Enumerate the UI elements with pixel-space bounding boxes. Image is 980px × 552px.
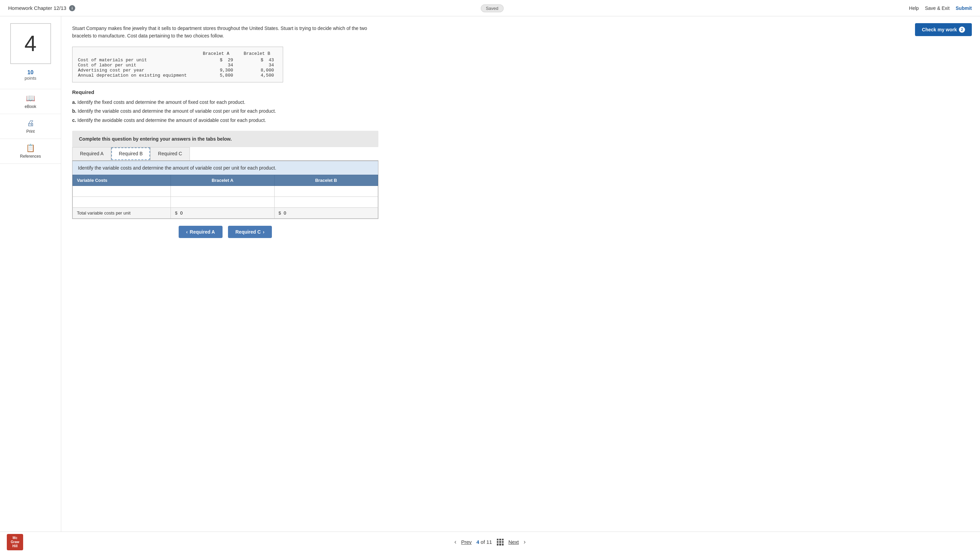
ebook-tool[interactable]: 📖 eBook xyxy=(0,89,61,114)
references-label: References xyxy=(20,154,41,159)
prev-button-label: Required A xyxy=(190,229,215,235)
submit-link[interactable]: Submit xyxy=(956,5,972,11)
row2-label xyxy=(73,196,171,207)
required-item-a: a. Identify the fixed costs and determin… xyxy=(72,99,969,106)
cost-row-1: Cost of labor per unit 34 34 xyxy=(78,63,277,68)
prev-page-button[interactable]: ‹ xyxy=(454,538,456,546)
grid-view-icon[interactable] xyxy=(497,539,504,546)
check-my-work-label: Check my work xyxy=(922,27,957,32)
total-a: $ xyxy=(171,207,274,218)
check-my-work-button[interactable]: Check my work 2 xyxy=(915,23,972,36)
cost-val-a-2: 9,300 xyxy=(196,68,237,73)
total-row: Total variable costs per unit $ $ xyxy=(73,207,378,218)
saved-indicator: Saved xyxy=(481,5,504,11)
total-a-dollar: $ xyxy=(175,211,177,215)
check-badge: 2 xyxy=(959,27,965,33)
tabs-container: Required A Required B Required C Identif… xyxy=(72,147,379,238)
variable-costs-table: Variable Costs Bracelet A Bracelet B xyxy=(73,175,378,219)
page-title: Homework Chapter 12/13 xyxy=(8,5,66,11)
tabs-bar: Required A Required B Required C xyxy=(72,147,379,161)
problem-text: Stuart Company makes fine jewelry that i… xyxy=(72,24,379,40)
next-page-button[interactable]: › xyxy=(524,538,526,546)
nav-buttons: ‹ Required A Required C › xyxy=(72,226,379,238)
cost-val-b-1: 34 xyxy=(237,63,277,68)
required-list: a. Identify the fixed costs and determin… xyxy=(72,99,969,124)
saved-badge: Saved xyxy=(481,5,504,12)
save-exit-link[interactable]: Save & Exit xyxy=(925,5,950,11)
total-label: Total variable costs per unit xyxy=(73,207,171,218)
content-area: Check my work 2 Stuart Company makes fin… xyxy=(61,16,980,552)
cost-data-table: Bracelet A Bracelet B Cost of materials … xyxy=(72,47,283,82)
footer-nav: ‹ Prev 4 of 11 Next › xyxy=(454,538,526,546)
cost-val-b-3: 4,500 xyxy=(237,73,277,78)
cost-label-2: Advertising cost per year xyxy=(78,68,196,73)
references-tool[interactable]: 📋 References xyxy=(0,139,61,164)
cost-label-3: Annual depreciation on existing equipmen… xyxy=(78,73,196,78)
row1-val-b-input[interactable] xyxy=(279,188,374,195)
row2-label-input[interactable] xyxy=(77,199,166,205)
row1-val-b xyxy=(274,186,378,196)
page-indicator: 4 of 11 xyxy=(476,539,492,545)
col-bracelet-a: Bracelet A xyxy=(171,175,274,186)
tab-required-b[interactable]: Required B xyxy=(111,147,150,160)
points-value: 10 xyxy=(24,69,37,76)
required-item-b: b. Identify the variable costs and deter… xyxy=(72,107,969,115)
row1-val-a-input[interactable] xyxy=(175,188,270,195)
complete-box: Complete this question by entering your … xyxy=(72,131,379,147)
col-bracelet-b: Bracelet B xyxy=(274,175,378,186)
complete-box-text: Complete this question by entering your … xyxy=(79,136,232,142)
tab-required-c[interactable]: Required C xyxy=(150,147,190,160)
table-row xyxy=(73,186,378,196)
references-icon: 📋 xyxy=(26,144,35,153)
cost-table-header: Bracelet A Bracelet B xyxy=(78,51,277,56)
next-button-label: Required C xyxy=(235,229,261,235)
cost-val-b-2: 8,000 xyxy=(237,68,277,73)
tab-instruction: Identify the variable costs and determin… xyxy=(73,161,378,175)
footer: Mc Graw Hill ‹ Prev 4 of 11 Next › xyxy=(0,531,980,552)
points-box: 10 points xyxy=(24,69,37,81)
tab-b-content: Identify the variable costs and determin… xyxy=(72,161,379,219)
mcgraw-hill-logo: Mc Graw Hill xyxy=(7,534,23,550)
cost-val-a-3: 5,800 xyxy=(196,73,237,78)
cost-val-a-0: $ 29 xyxy=(196,57,237,63)
prev-arrow-icon: ‹ xyxy=(186,229,188,235)
cost-row-2: Advertising cost per year 9,300 8,000 xyxy=(78,68,277,73)
next-required-button[interactable]: Required C › xyxy=(228,226,272,238)
prev-link[interactable]: Prev xyxy=(461,539,472,545)
next-link[interactable]: Next xyxy=(508,539,519,545)
points-label: points xyxy=(24,76,37,81)
main-container: 4 10 points 📖 eBook 🖨 Print 📋 References… xyxy=(0,16,980,552)
cost-row-0: Cost of materials per unit $ 29 $ 43 xyxy=(78,57,277,63)
total-b-dollar: $ xyxy=(279,211,281,215)
row2-val-b-input[interactable] xyxy=(279,199,374,205)
total-a-input[interactable] xyxy=(179,210,270,216)
sidebar: 4 10 points 📖 eBook 🖨 Print 📋 References xyxy=(0,16,61,552)
row2-val-a-input[interactable] xyxy=(175,199,270,205)
required-heading: Required xyxy=(72,89,969,95)
question-number: 4 xyxy=(24,31,37,56)
cost-label-1: Cost of labor per unit xyxy=(78,63,196,68)
print-tool[interactable]: 🖨 Print xyxy=(0,114,61,139)
ebook-icon: 📖 xyxy=(26,94,35,103)
prev-required-button[interactable]: ‹ Required A xyxy=(179,226,223,238)
ebook-label: eBook xyxy=(24,104,36,109)
total-b: $ xyxy=(274,207,378,218)
header: Homework Chapter 12/13 i Saved Help Save… xyxy=(0,0,980,16)
cost-val-a-1: 34 xyxy=(196,63,237,68)
col-header-a: Bracelet A xyxy=(196,51,237,56)
col-var-costs: Variable Costs xyxy=(73,175,171,186)
cost-row-3: Annual depreciation on existing equipmen… xyxy=(78,73,277,78)
current-page: 4 xyxy=(476,539,479,545)
row1-val-a xyxy=(171,186,274,196)
help-link[interactable]: Help xyxy=(909,5,919,11)
row1-label xyxy=(73,186,171,196)
row2-val-a xyxy=(171,196,274,207)
info-icon[interactable]: i xyxy=(69,5,75,11)
row1-label-input[interactable] xyxy=(77,188,166,195)
header-right: Help Save & Exit Submit xyxy=(909,5,972,11)
total-b-input[interactable] xyxy=(282,210,374,216)
total-pages: 11 xyxy=(486,539,492,545)
tab-required-a[interactable]: Required A xyxy=(72,147,111,160)
row2-val-b xyxy=(274,196,378,207)
print-icon: 🖨 xyxy=(27,119,34,128)
